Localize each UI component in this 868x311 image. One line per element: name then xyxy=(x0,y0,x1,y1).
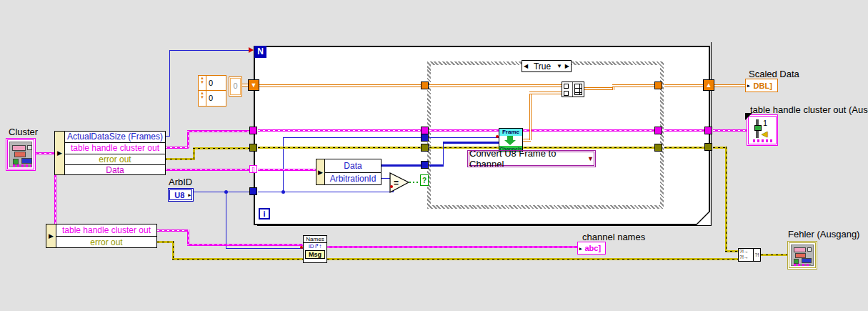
wire[interactable] xyxy=(714,84,747,87)
equal-comparator-node[interactable]: = xyxy=(389,172,411,194)
build-array-node[interactable] xyxy=(562,82,584,97)
case-tunnel-data[interactable] xyxy=(421,161,429,169)
wire[interactable] xyxy=(725,250,738,252)
array-element-value[interactable]: 0 xyxy=(229,76,242,97)
wire[interactable] xyxy=(283,137,284,192)
unbundle-by-name-main[interactable]: ▶ ActualDataSize (Frames) table handle c… xyxy=(54,131,166,175)
case-structure[interactable] xyxy=(427,61,664,209)
case-selector-label[interactable]: True xyxy=(529,61,555,71)
wire[interactable] xyxy=(725,147,727,252)
case-prev-icon[interactable]: ◀ xyxy=(522,64,529,69)
wire[interactable] xyxy=(34,152,56,154)
case-tunnel-error-r[interactable] xyxy=(654,144,662,152)
wire[interactable] xyxy=(429,129,657,132)
unbundle-field[interactable]: Data xyxy=(65,165,165,175)
wire[interactable] xyxy=(165,158,195,160)
unbundle-input-column[interactable]: ▶ xyxy=(54,131,65,175)
wire[interactable] xyxy=(664,147,706,149)
wire[interactable] xyxy=(258,147,422,149)
wire[interactable] xyxy=(409,182,421,183)
wire[interactable] xyxy=(429,84,562,87)
unbundle-field[interactable]: table handle cluster out xyxy=(65,143,165,154)
wire[interactable] xyxy=(761,254,789,256)
unbundle-input-column[interactable]: ▶ xyxy=(46,224,56,248)
for-loop-resize-notch[interactable] xyxy=(696,211,710,225)
wire[interactable] xyxy=(259,84,422,87)
loop-iteration-terminal[interactable]: i xyxy=(259,208,270,219)
scaled-data-indicator[interactable]: ▸ DBL] xyxy=(745,79,778,92)
case-tunnel-error-l[interactable] xyxy=(421,144,429,152)
channel-names-indicator[interactable]: ▸ abc] xyxy=(577,242,606,255)
index-scroller-icon[interactable]: ▲▼ xyxy=(199,91,206,105)
wire[interactable] xyxy=(612,84,657,87)
unbundle-field[interactable]: Data xyxy=(325,159,381,173)
wire[interactable] xyxy=(258,192,394,192)
wire[interactable] xyxy=(429,164,444,167)
tunnel-cluster-in[interactable] xyxy=(249,127,257,134)
convert-ring-selector[interactable]: Convert U8 Frame to Channel ▼ xyxy=(469,152,594,166)
wire[interactable] xyxy=(664,129,706,132)
wire[interactable] xyxy=(187,130,189,148)
wire[interactable] xyxy=(529,92,532,140)
wire[interactable] xyxy=(443,142,444,165)
tunnel-cluster-out[interactable] xyxy=(704,127,712,134)
wire[interactable] xyxy=(529,92,562,94)
arbid-control[interactable]: U8 ▸ xyxy=(168,188,194,202)
wire[interactable] xyxy=(165,147,189,149)
wire[interactable] xyxy=(172,258,738,260)
unbundle-field[interactable]: table handle cluster out xyxy=(56,224,156,237)
cluster-control[interactable] xyxy=(6,138,36,171)
wire[interactable] xyxy=(327,246,577,248)
dropdown-icon[interactable]: ▼ xyxy=(587,155,594,162)
wire[interactable] xyxy=(258,129,422,132)
case-tunnel-arbid[interactable] xyxy=(421,134,429,142)
wire[interactable] xyxy=(187,130,253,132)
wire[interactable] xyxy=(187,229,189,245)
tunnel-error-out[interactable] xyxy=(704,143,712,151)
wire[interactable] xyxy=(584,87,614,90)
array-constant[interactable]: ▲▼ ▲▼ 0 0 0 xyxy=(198,75,242,107)
wire[interactable] xyxy=(193,147,253,149)
merge-errors-node[interactable]: ?!→ ?!→ ?! xyxy=(738,248,761,262)
array-index-value[interactable]: 0 xyxy=(206,91,226,105)
id-to-names-subvi[interactable]: Names ID↱↑ Msg xyxy=(303,235,327,263)
tunnel-error-in[interactable] xyxy=(249,144,257,152)
case-tunnel-cluster-r[interactable] xyxy=(654,127,662,134)
index-scroller-icon[interactable]: ▲▼ xyxy=(199,76,206,91)
case-selector-terminal[interactable]: ? xyxy=(420,174,429,186)
wire[interactable] xyxy=(192,192,253,192)
case-tunnel-array-r[interactable] xyxy=(654,82,662,89)
wire[interactable] xyxy=(429,137,499,138)
unbundle-field[interactable]: ArbitrationId xyxy=(325,173,381,185)
unbundle-field[interactable]: error out xyxy=(65,154,165,165)
wire[interactable] xyxy=(187,244,303,246)
case-selector[interactable]: ◀ True ▼ ▶ xyxy=(522,60,572,72)
wire[interactable] xyxy=(664,84,704,87)
fehler-indicator[interactable] xyxy=(787,241,817,270)
unbundle-field[interactable]: error out xyxy=(56,237,156,248)
wire[interactable] xyxy=(283,137,423,138)
wire[interactable] xyxy=(165,169,253,171)
array-index-value[interactable]: 0 xyxy=(206,76,226,91)
wire[interactable] xyxy=(443,142,499,144)
unbundle-input-column[interactable]: ▶ xyxy=(316,159,325,185)
unbundle-field[interactable]: ActualDataSize (Frames) xyxy=(65,132,165,143)
loop-count-terminal[interactable]: N xyxy=(254,46,266,58)
case-dropdown-icon[interactable]: ▼ xyxy=(555,64,564,69)
table-handle-out-indicator[interactable]: 1 ◀ xyxy=(747,114,778,146)
wire[interactable] xyxy=(169,50,170,137)
unbundle-by-name-sub[interactable]: ▶ table handle cluster out error out xyxy=(46,224,157,248)
tunnel-arbid-in[interactable] xyxy=(249,187,257,195)
wire[interactable] xyxy=(380,178,390,179)
case-tunnel-array[interactable] xyxy=(421,82,429,89)
shift-register-right[interactable]: ▲ xyxy=(703,79,714,91)
wire[interactable] xyxy=(169,50,251,51)
unbundle-by-name-inner[interactable]: ▶ Data ArbitrationId xyxy=(316,159,381,185)
case-next-icon[interactable]: ▶ xyxy=(564,64,571,69)
wire[interactable] xyxy=(157,229,189,232)
wire[interactable] xyxy=(713,129,748,132)
wire[interactable] xyxy=(258,169,316,171)
tunnel-data-indexing[interactable]: [] xyxy=(249,165,257,173)
shift-register-left[interactable]: ▼ xyxy=(248,79,259,91)
wire[interactable] xyxy=(226,248,303,249)
